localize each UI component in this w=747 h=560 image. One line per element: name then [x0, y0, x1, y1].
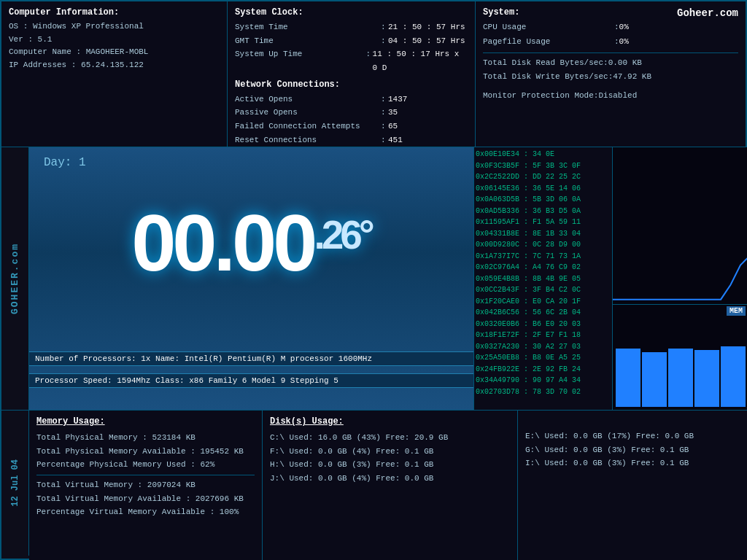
c-drive-row: C:\ Used: 16.0 GB (43%) Free: 20.9 GB — [270, 431, 510, 445]
pagefile-row: Pagefile Usage : 0% — [483, 35, 738, 50]
mem-bar-2 — [642, 352, 667, 407]
total-physical-row: Total Physical Memory : 523184 KB — [36, 431, 255, 445]
ip-label: IP Addresses — [9, 61, 66, 69]
passive-opens-row: Passive Opens : 35 — [235, 106, 468, 120]
clock-panel: Day: 1 00.00 .26° Number of Processors: … — [29, 147, 474, 410]
monitor-row: Monitor Protection Mode: Disabled — [483, 89, 738, 104]
active-opens-row: Active Opens : 1437 — [235, 93, 468, 106]
reset-conn-row: Reset Connections : 451 — [235, 133, 468, 147]
hex-row: 0x02C976A4 : A4 76 C9 02 — [476, 262, 611, 273]
computer-name-row: Computer Name : MAGOHEER-MOBL — [9, 46, 220, 59]
f-drive-row: F:\ Used: 0.0 GB (4%) Free: 0.1 GB — [270, 445, 510, 459]
failed-conn-label: Failed Connection Attempts — [235, 120, 381, 133]
system-time-row: System Time : 21 : 50 : 57 Hrs — [235, 20, 468, 34]
brand-text: GOHEER.com — [9, 243, 20, 314]
processor-info-bar2: Processor Speed: 1594Mhz Class: x86 Fami… — [29, 373, 473, 388]
bottom-section: Memory Usage: Total Physical Memory : 52… — [29, 410, 747, 560]
uptime-row: System Up Time : 11 : 50 : 17 Hrs x 0 D — [235, 47, 468, 74]
hex-row: 0x0320E0B6 : B6 E0 20 03 — [476, 319, 611, 330]
hex-row: 0x00E10E34 : 34 0E — [476, 149, 611, 160]
pagefile-label: Pagefile Usage — [483, 35, 614, 50]
mem-graph-container: MEM — [613, 305, 747, 410]
hex-row: 0x04331B8E : 8E 1B 33 04 — [476, 228, 611, 240]
date-side-label: 12 Jul 04 — [1, 410, 29, 556]
processor-info-bar1: Number of Processors: 1x Name: Intel(R) … — [29, 351, 473, 366]
computer-info-panel: Computer Information: OS : Windows XP Pr… — [1, 1, 228, 147]
middle-section: Day: 1 00.00 .26° Number of Processors: … — [29, 147, 747, 410]
day-label: Day: 1 — [29, 147, 473, 169]
svg-rect-0 — [613, 147, 747, 304]
total-physical-avail-row: Total Physical Memory Available : 195452… — [36, 445, 255, 459]
clock-display: 00.00 .26° — [29, 169, 473, 315]
uptime-value: 11 : 50 : 17 Hrs x 0 D — [373, 47, 468, 74]
disk-read-label: Total Disk Read Bytes/sec: — [483, 56, 608, 71]
total-virtual-avail-row: Total Virtual Memory Available : 2027696… — [36, 492, 255, 506]
system-time-value: 21 : 50 : 57 Hrs — [388, 20, 465, 34]
failed-conn-row: Failed Connection Attempts : 65 — [235, 120, 468, 133]
gmt-row: GMT Time : 04 : 50 : 57 Hrs — [235, 34, 468, 48]
hex-row: 0x24FB922E : 2E 92 FB 24 — [476, 364, 611, 376]
hex-row: 0x11595AF1 : F1 5A 59 11 — [476, 217, 611, 228]
graph-panel: SCAN CPU MEM — [613, 147, 747, 410]
reset-conn-label: Reset Connections — [235, 133, 381, 147]
disk-panel-right: E:\ Used: 0.0 GB (17%) Free: 0.0 GB G:\ … — [518, 411, 747, 560]
os-row: OS : Windows XP Professional — [9, 20, 220, 34]
mem-bar-1 — [616, 349, 640, 407]
active-opens-value: 1437 — [388, 93, 407, 106]
mem-bar-4 — [694, 350, 719, 407]
hex-row: 0x25A50EB8 : B8 0E A5 25 — [476, 352, 611, 364]
disk-write-label: Total Disk Write Bytes/sec: — [483, 70, 613, 85]
hex-row: 0x0AD5B336 : 36 B3 D5 0A — [476, 206, 611, 217]
memory-panel: Memory Usage: Total Physical Memory : 52… — [29, 411, 263, 560]
cpu-usage-row: CPU Usage : 0% — [483, 20, 738, 35]
hex-row: 0x18F1E72F : 2F E7 F1 18 — [476, 330, 611, 341]
uptime-label: System Up Time — [235, 47, 366, 74]
mem-bars — [616, 323, 746, 407]
computer-info-title: Computer Information: — [9, 7, 220, 18]
pct-virtual-row: Percentage Virtual Memory Available : 10… — [36, 505, 255, 519]
hex-row: 0x1F20CAE0 : E0 CA 20 1F — [476, 296, 611, 308]
j-drive-row: J:\ Used: 0.0 GB (4%) Free: 0.0 GB — [270, 472, 510, 486]
system-clock-title: System Clock: — [235, 7, 468, 18]
gmt-value: 04 : 50 : 57 Hrs — [388, 34, 465, 48]
disk-read-row: Total Disk Read Bytes/sec: 0.00 KB — [483, 56, 738, 71]
disk-write-row: Total Disk Write Bytes/sec: 47.92 KB — [483, 70, 738, 85]
passive-opens-label: Passive Opens — [235, 106, 381, 120]
mem-bar-3 — [668, 349, 693, 407]
computer-name-value: MAGOHEER-MOBL — [86, 47, 149, 56]
reset-conn-value: 451 — [388, 133, 403, 147]
network-title: Network Connections: — [235, 79, 468, 90]
goheer-logo: Goheer.com — [677, 7, 738, 20]
gmt-label: GMT Time — [235, 34, 381, 48]
brand-side-label: GOHEER.com — [1, 147, 29, 410]
mem-bar-5 — [721, 346, 746, 407]
ip-row: IP Addresses : 65.24.135.122 — [9, 59, 220, 72]
ver-row: Ver : 5.1 — [9, 34, 220, 47]
hex-row: 0x2C2522DD : DD 22 25 2C — [476, 171, 611, 183]
disk-panel-left: Disk(s) Usage: C:\ Used: 16.0 GB (43%) F… — [263, 411, 518, 560]
g-drive-row: G:\ Used: 0.0 GB (3%) Free: 0.1 GB — [525, 443, 741, 457]
failed-conn-value: 65 — [388, 120, 398, 133]
disks-title: Disk(s) Usage: — [270, 416, 510, 427]
e-drive-row: E:\ Used: 0.0 GB (17%) Free: 0.0 GB — [525, 429, 741, 443]
cpu-graph-container: SCAN CPU — [613, 147, 747, 305]
active-opens-label: Active Opens — [235, 93, 381, 106]
i-drive-row: I:\ Used: 0.0 GB (3%) Free: 0.1 GB — [525, 456, 741, 470]
hex-row: 0x0A063D5B : 5B 3D 06 0A — [476, 194, 611, 206]
total-virtual-row: Total Virtual Memory : 2097024 KB — [36, 478, 255, 492]
disk-read-value: 0.00 KB — [608, 56, 642, 71]
memory-title: Memory Usage: — [36, 416, 255, 427]
clock-network-panel: System Clock: System Time : 21 : 50 : 57… — [228, 1, 476, 147]
ip-value: 65.24.135.122 — [81, 61, 144, 69]
computer-name-label: Computer Name — [9, 47, 71, 56]
monitor-label: Monitor Protection Mode: — [483, 89, 598, 104]
hex-panel: 0x00E10E34 : 34 0E0x0F3C3B5F : 5F 3B 3C … — [474, 147, 613, 410]
system-title: System: — [483, 7, 519, 18]
temperature-display: .26° — [314, 211, 371, 258]
pagefile-value: 0% — [619, 35, 629, 50]
clock-time: 00.00 — [131, 196, 314, 289]
hex-row: 0x059E4B8B : 8B 4B 9E 05 — [476, 273, 611, 285]
h-drive-row: H:\ Used: 0.0 GB (3%) Free: 0.1 GB — [270, 458, 510, 472]
system-time-label: System Time — [235, 20, 381, 34]
hex-row: 0x02703D78 : 78 3D 70 02 — [476, 386, 611, 398]
